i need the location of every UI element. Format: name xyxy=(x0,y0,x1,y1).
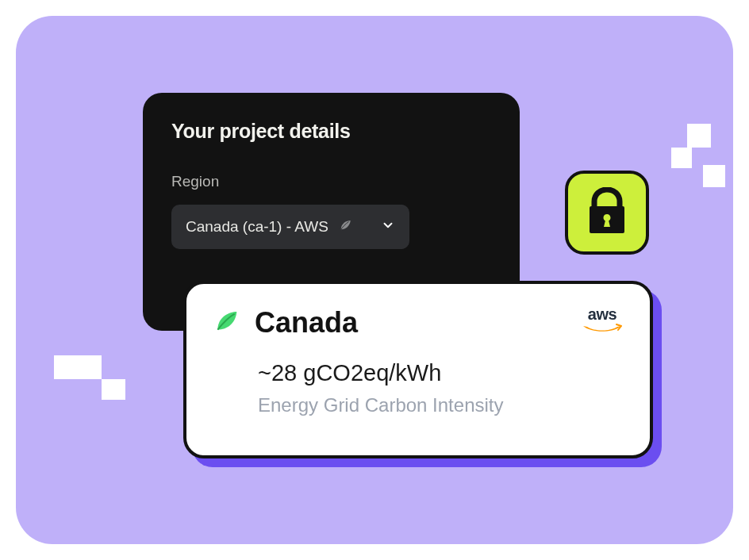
carbon-metric-label: Energy Grid Carbon Intensity xyxy=(258,394,623,416)
aws-swoosh-icon xyxy=(582,324,623,336)
decorative-pixels-left xyxy=(54,355,143,400)
region-select[interactable]: Canada (ca-1) - AWS xyxy=(171,205,409,249)
leaf-icon xyxy=(338,218,352,236)
canvas-background: Your project details Region Canada (ca-1… xyxy=(16,16,733,544)
region-country: Canada xyxy=(255,306,358,339)
leaf-icon xyxy=(213,309,239,337)
info-card-header: Canada aws xyxy=(213,306,623,339)
aws-logo: aws xyxy=(582,306,623,339)
decorative-pixels-right xyxy=(671,124,735,187)
carbon-metric-value: ~28 gCO2eq/kWh xyxy=(258,360,623,386)
aws-logo-text: aws xyxy=(582,306,623,322)
panel-title: Your project details xyxy=(171,120,491,143)
region-label: Region xyxy=(171,173,491,190)
chevron-down-icon xyxy=(381,218,395,236)
region-select-value: Canada (ca-1) - AWS xyxy=(186,218,328,236)
lock-icon xyxy=(585,187,629,238)
carbon-metric: ~28 gCO2eq/kWh Energy Grid Carbon Intens… xyxy=(258,360,623,416)
region-info-card: Canada aws ~28 gCO2eq/kWh Energy Grid Ca… xyxy=(183,281,653,458)
lock-badge xyxy=(565,171,649,255)
